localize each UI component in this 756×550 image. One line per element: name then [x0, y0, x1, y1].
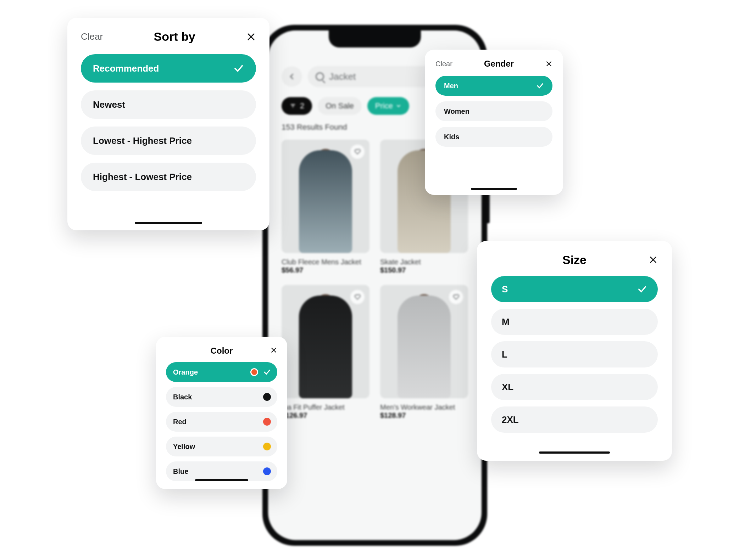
option-label: L	[502, 349, 507, 360]
check-icon	[233, 63, 244, 74]
heart-icon	[354, 293, 361, 301]
panel-title: Gender	[484, 59, 514, 69]
filter-icon	[289, 102, 296, 110]
close-button[interactable]	[270, 347, 277, 354]
option-label: Blue	[173, 467, 188, 476]
panel-title: Size	[562, 253, 587, 267]
sort-option-low-high[interactable]: Lowest - Highest Price	[81, 127, 256, 155]
option-label: Newest	[93, 99, 125, 110]
option-label: Men	[444, 82, 458, 90]
size-option-m[interactable]: M	[491, 309, 658, 335]
chevron-left-icon	[288, 73, 296, 80]
size-option-s[interactable]: S	[491, 276, 658, 302]
back-button[interactable]	[282, 66, 302, 87]
gender-panel: Clear Gender Men Women Kids	[425, 50, 563, 195]
panel-title: Sort by	[154, 30, 195, 44]
search-value: Jacket	[329, 71, 356, 82]
check-icon	[263, 368, 271, 376]
close-icon	[246, 32, 256, 42]
option-label: Women	[444, 107, 469, 116]
color-option-blue[interactable]: Blue	[166, 461, 277, 481]
option-label: 2XL	[502, 414, 519, 425]
gender-option-men[interactable]: Men	[435, 76, 552, 96]
option-label: Highest - Lowest Price	[93, 172, 192, 183]
option-label: Recommended	[93, 63, 159, 74]
price-chip[interactable]: Price	[367, 97, 409, 115]
option-label: Orange	[173, 368, 198, 376]
sort-option-recommended[interactable]: Recommended	[81, 54, 256, 83]
option-label: Black	[173, 393, 192, 401]
heart-icon	[452, 293, 460, 301]
gender-option-kids[interactable]: Kids	[435, 127, 552, 147]
clear-button[interactable]: Clear	[81, 31, 103, 42]
product-card[interactable]: ma Fit Puffer Jacket $126.97	[282, 285, 369, 420]
option-label: Yellow	[173, 443, 195, 451]
color-panel: Color Orange Black Red Yello	[156, 337, 287, 489]
product-price: $150.97	[380, 266, 468, 274]
color-option-red[interactable]: Red	[166, 412, 277, 432]
sortby-panel: Clear Sort by Recommended Newest Lowest …	[67, 18, 269, 230]
check-icon	[536, 82, 544, 90]
close-icon	[545, 60, 552, 67]
filter-chip[interactable]: 2	[282, 97, 312, 115]
product-price: $56.97	[282, 266, 369, 274]
color-swatch	[263, 467, 271, 475]
product-price: $128.97	[380, 411, 468, 420]
product-title: Men's Workwear Jacket	[380, 403, 468, 411]
color-swatch	[263, 393, 271, 401]
option-label: Kids	[444, 133, 459, 141]
color-swatch	[250, 368, 258, 376]
product-title: Skate Jacket	[380, 258, 468, 266]
option-list: Orange Black Red Yellow Blue	[166, 362, 277, 481]
size-option-l[interactable]: L	[491, 341, 658, 367]
onsale-chip[interactable]: On Sale	[318, 97, 362, 115]
check-icon	[637, 284, 647, 294]
option-list: Recommended Newest Lowest - Highest Pric…	[81, 54, 256, 191]
color-option-yellow[interactable]: Yellow	[166, 437, 277, 456]
size-option-xl[interactable]: XL	[491, 374, 658, 400]
color-swatch	[263, 418, 271, 426]
product-card[interactable]: Men's Workwear Jacket $128.97	[380, 285, 468, 420]
product-card[interactable]: Club Fleece Mens Jacket $56.97	[282, 140, 369, 274]
product-price: $126.97	[282, 411, 369, 420]
option-label: S	[502, 284, 508, 295]
home-indicator	[471, 188, 517, 190]
sort-option-high-low[interactable]: Highest - Lowest Price	[81, 163, 256, 191]
color-option-orange[interactable]: Orange	[166, 362, 277, 382]
size-panel: Size S M L XL 2XL	[477, 241, 672, 461]
product-title: ma Fit Puffer Jacket	[282, 403, 369, 411]
favorite-button[interactable]	[350, 145, 365, 159]
sort-option-newest[interactable]: Newest	[81, 90, 256, 119]
product-title: Club Fleece Mens Jacket	[282, 258, 369, 266]
gender-option-women[interactable]: Women	[435, 101, 552, 121]
home-indicator	[195, 479, 248, 481]
chevron-down-icon	[396, 103, 401, 109]
option-label: XL	[502, 382, 513, 393]
option-list: Men Women Kids	[435, 76, 552, 147]
panel-title: Color	[211, 346, 233, 356]
option-label: M	[502, 316, 510, 327]
home-indicator	[539, 451, 610, 454]
close-button[interactable]	[545, 60, 552, 67]
close-icon	[649, 255, 658, 264]
home-indicator	[135, 222, 202, 224]
color-swatch	[263, 443, 271, 450]
option-list: S M L XL 2XL	[491, 276, 658, 433]
close-button[interactable]	[649, 255, 658, 264]
color-option-black[interactable]: Black	[166, 387, 277, 407]
clear-button[interactable]: Clear	[435, 60, 452, 68]
close-icon	[270, 347, 277, 354]
size-option-2xl[interactable]: 2XL	[491, 406, 658, 433]
heart-icon	[354, 148, 361, 155]
search-icon	[316, 72, 324, 81]
close-button[interactable]	[246, 32, 256, 42]
favorite-button[interactable]	[350, 290, 365, 304]
option-label: Red	[173, 418, 187, 426]
favorite-button[interactable]	[449, 290, 463, 304]
option-label: Lowest - Highest Price	[93, 135, 192, 146]
